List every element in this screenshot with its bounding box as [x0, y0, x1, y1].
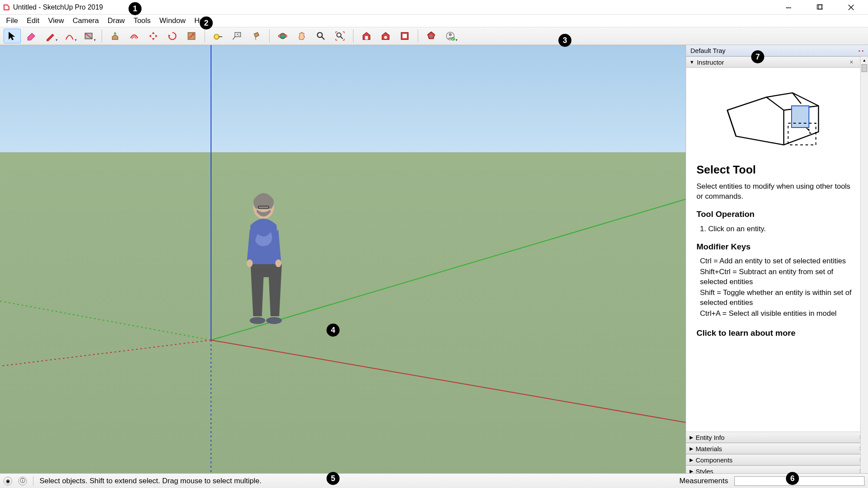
tray-scrollbar[interactable]: ▼ ▲	[860, 56, 868, 488]
scale-tool[interactable]	[183, 29, 200, 43]
panel-components-header[interactable]: ▶ Components ×	[686, 454, 868, 465]
offset-tool[interactable]	[125, 29, 143, 43]
svg-rect-2	[818, 5, 823, 9]
svg-rect-1	[817, 5, 822, 9]
extension-warehouse-tool[interactable]	[377, 29, 394, 43]
tray-header[interactable]: Default Tray ▪ ▪	[686, 45, 868, 56]
svg-point-36	[266, 317, 282, 324]
user-account-tool[interactable]	[442, 29, 459, 43]
push-pull-tool[interactable]	[106, 29, 124, 43]
text-tool[interactable]: A1	[228, 29, 246, 43]
svg-line-12	[233, 37, 235, 40]
svg-point-15	[317, 33, 322, 37]
geo-location-icon[interactable]: ◉	[3, 477, 12, 485]
panel-instructor-label: Instructor	[697, 59, 724, 66]
chevron-down-icon: ▼	[690, 59, 694, 65]
svg-point-25	[449, 33, 452, 36]
callout-2: 2	[200, 16, 213, 29]
svg-line-18	[340, 36, 343, 39]
line-tool[interactable]	[42, 29, 59, 43]
instructor-mod-title: Modifier Keys	[696, 241, 853, 252]
svg-text:A1: A1	[236, 33, 240, 36]
measurements-label: Measurements	[680, 477, 728, 485]
menu-view[interactable]: View	[44, 16, 69, 26]
statusbar: ◉ ⓘ Select objects. Shift to extend sele…	[0, 473, 868, 488]
panel-entity-info-header[interactable]: ▶ Entity Info ×	[686, 432, 868, 443]
svg-point-37	[247, 259, 253, 267]
chevron-right-icon: ▶	[690, 457, 693, 463]
instructor-illustration	[719, 80, 832, 154]
rectangle-tool[interactable]	[80, 29, 97, 43]
svg-point-20	[384, 36, 387, 39]
viewport-3d[interactable]	[0, 45, 686, 488]
panel-close-icon[interactable]: ×	[848, 59, 855, 66]
menu-draw[interactable]: Draw	[103, 16, 129, 26]
rotate-tool[interactable]	[164, 29, 181, 43]
menu-tools[interactable]: Tools	[129, 16, 155, 26]
paint-bucket-tool[interactable]	[248, 29, 265, 43]
maximize-button[interactable]	[810, 1, 830, 14]
menu-edit[interactable]: Edit	[22, 16, 43, 26]
instructor-panel: Select Tool Select entities to modify wh…	[686, 68, 868, 432]
menu-camera[interactable]: Camera	[68, 16, 103, 26]
axes	[0, 45, 686, 488]
modifier-shift: Shift = Toggle whether an entity is with…	[700, 288, 853, 308]
instructor-desc: Select entities to modify when using oth…	[696, 182, 853, 202]
measurements-input[interactable]	[734, 476, 865, 486]
arc-tool[interactable]	[61, 29, 78, 43]
panel-label: Entity Info	[696, 434, 725, 441]
app-icon	[3, 3, 10, 11]
modifier-ctrl-a: Ctrl+A = Select all visible entities in …	[700, 309, 853, 319]
callout-4: 4	[327, 324, 340, 337]
instructor-title: Select Tool	[696, 162, 853, 177]
instructor-op: 1. Click on an entity.	[696, 224, 853, 234]
window-title: Untitled - SketchUp Pro 2019	[13, 3, 103, 11]
modifier-ctrl: Ctrl = Add an entity to set of selected …	[700, 256, 853, 266]
tray-pin-icon[interactable]: ▪	[858, 48, 860, 53]
svg-rect-39	[792, 106, 809, 128]
menu-window[interactable]: Window	[155, 16, 190, 26]
pan-tool[interactable]	[293, 29, 310, 43]
3d-warehouse-tool[interactable]	[358, 29, 375, 43]
toolbar: A1	[0, 27, 868, 45]
tape-measure-tool[interactable]	[209, 29, 227, 43]
extension-manager-tool[interactable]	[422, 29, 440, 43]
callout-6: 6	[786, 472, 799, 485]
panel-label: Materials	[696, 445, 722, 452]
panel-materials-header[interactable]: ▶ Materials ×	[686, 443, 868, 454]
svg-line-31	[211, 340, 686, 422]
credits-icon[interactable]: ⓘ	[18, 477, 27, 485]
menubar: FileEditViewCameraDrawToolsWindowHelp	[0, 15, 868, 27]
callout-5: 5	[327, 472, 340, 485]
svg-point-38	[275, 259, 281, 267]
instructor-learn-more[interactable]: Click to learn about more	[696, 328, 853, 339]
tray-title: Default Tray	[690, 47, 726, 54]
select-tool[interactable]	[3, 29, 21, 43]
modifier-shift-ctrl: Shift+Ctrl = Subtract an entity from set…	[700, 267, 853, 287]
minimize-button[interactable]	[779, 1, 799, 14]
tray-close-icon[interactable]: ▪	[862, 48, 864, 53]
svg-line-30	[0, 301, 211, 340]
zoom-tool[interactable]	[312, 29, 330, 43]
default-tray: Default Tray ▪ ▪ ▼ Instructor × ˄	[686, 45, 868, 488]
move-tool[interactable]	[145, 29, 162, 43]
callout-3: 3	[558, 34, 571, 47]
svg-point-35	[250, 317, 265, 324]
svg-line-16	[322, 37, 325, 40]
menu-file[interactable]: File	[2, 16, 22, 26]
layout-tool[interactable]	[396, 29, 413, 43]
panel-label: Components	[696, 456, 733, 464]
close-button[interactable]	[841, 1, 861, 14]
zoom-extents-tool[interactable]	[331, 29, 349, 43]
chevron-right-icon: ▶	[690, 446, 693, 452]
svg-point-8	[214, 34, 219, 39]
callout-1: 1	[129, 2, 142, 15]
status-hint: Select objects. Shift to extend select. …	[40, 477, 261, 485]
panel-instructor-header[interactable]: ▼ Instructor × ˄	[686, 56, 868, 68]
chevron-right-icon: ▶	[690, 435, 693, 440]
eraser-tool[interactable]	[23, 29, 40, 43]
svg-line-32	[0, 340, 211, 366]
svg-rect-19	[365, 36, 368, 39]
svg-point-23	[430, 35, 433, 38]
orbit-tool[interactable]	[274, 29, 291, 43]
